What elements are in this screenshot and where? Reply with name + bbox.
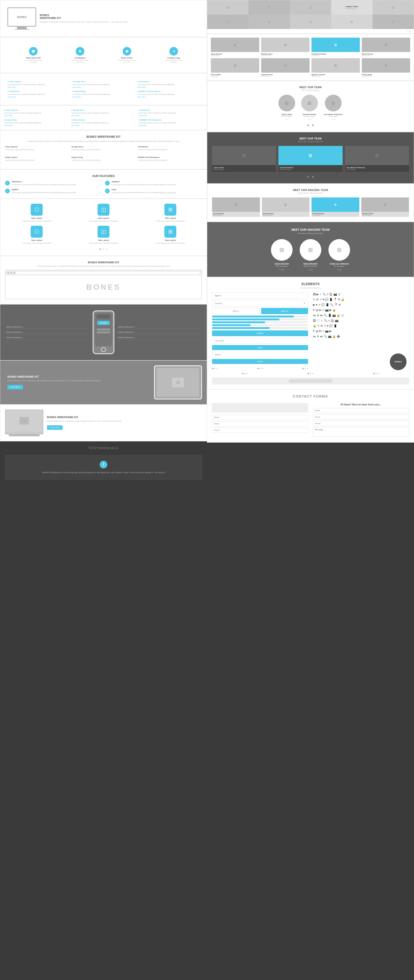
nav-dot-3[interactable] [106,248,108,250]
social-p-2: p [310,118,311,120]
pagination-1 [212,368,218,369]
page-dot-3-2[interactable] [304,368,306,369]
photo-cell-6: ⊠ [207,14,248,29]
contact-phone-2[interactable] [313,421,409,426]
contact-phone-input[interactable] [212,428,308,433]
bnav-dot-2-2[interactable] [310,373,311,374]
tablet-learn-more-button[interactable]: Learn More [8,385,23,389]
bnav-dot-1-3[interactable] [246,373,248,374]
feature-icon-1 [29,47,38,56]
panel-hero: BONES BONES WIREFRAME KIT Designed to ef… [0,0,207,37]
bnav-dot-1-2[interactable] [244,373,245,374]
nav-dot-1[interactable] [99,248,101,250]
tab-title-1: Tabs Layout [5,217,68,219]
page-dot-2-2[interactable] [260,368,261,369]
browser-kit-desc: Created with faster design in mind,BONES… [25,265,182,267]
laptop-mockup-2: ⊠ [5,409,43,436]
send-button[interactable]: Send [212,345,308,350]
dark-team-role-1: Web Designer [213,169,275,170]
elements-title: ELEMENTS [212,282,409,286]
linkedin-brand-icon-2: in [318,329,321,333]
camera-icon-4: 📷 [335,319,339,322]
page-dot-1-3[interactable] [217,368,218,369]
circle-role-1: Web Designer [279,116,295,117]
team-img-2: ⊠ [261,38,309,52]
social-row-2: f t p [301,118,318,120]
page-dot-2-3[interactable] [262,368,263,369]
edit-icon: ✎ [313,298,315,301]
phone-home-button[interactable] [101,347,106,352]
country-select[interactable]: Country ▼ [212,300,308,307]
amazing-team-subtitle-1: We are here to help you get there [212,192,409,194]
bnav-dot-3-3[interactable] [377,373,379,374]
sign-up-button[interactable]: Sign Up [261,308,308,314]
sign-in-button[interactable]: Sign In [212,308,260,314]
browser-url-bar[interactable] [16,272,199,274]
tab-title-4: Tabs Layout [5,239,68,241]
phone-divider [97,327,110,327]
phone-screen: BONES [95,313,112,346]
progress-bar-2 [212,318,308,320]
submit-button-2[interactable]: Submit [212,359,308,364]
camera-icon-6: 📷 [328,335,331,338]
contact-message-2[interactable] [313,427,409,437]
laptop-stand-2 [9,434,40,436]
team-img-3: ⊠ [312,38,360,52]
bnav-dot-3-2[interactable] [376,373,377,374]
sign-in-input[interactable] [212,293,308,299]
bones-logo: BONES [86,283,121,292]
monitor-label: BONES [17,16,26,18]
contact-form-1 [212,403,308,438]
contact-email-input[interactable] [212,421,308,426]
team-name-2: Michael Aaron [261,53,309,55]
bnav-dot-2-active[interactable] [307,373,309,374]
submit-button-1[interactable]: Submit [212,331,308,336]
amazing-img-2: ⊠ [262,197,310,212]
search-input-elements[interactable] [212,352,308,358]
nav-dot-2[interactable] [103,248,104,250]
page-dot-active-1[interactable] [212,368,213,369]
page-dot-1-2[interactable] [214,368,216,369]
laptop2-learn-more-button[interactable]: Learn More [47,425,62,430]
img-icon: 🖼 [313,293,316,296]
arrow-prev-1[interactable]: ◀ [307,123,309,127]
page-dot-active-2[interactable] [257,368,259,369]
team-member-7: ⊠ Spencer Jackson Web Developer [312,58,360,77]
linkedin-brand-icon: in [318,309,321,312]
right-panel-amazing-team-2: MEET OUR AMAZING TEAM We want to help yo… [207,222,414,277]
arrow-next-1[interactable]: ▶ [312,123,314,127]
contact-name-input[interactable] [212,415,308,420]
circle-role-3: UX Designer [324,116,342,117]
team-img-6: ⊠ [261,58,309,73]
bottom-bar-input[interactable] [289,379,332,383]
social-t-3: t [333,118,333,120]
tab-title-3: Tabs Layout [139,217,202,219]
page-dot-active-3[interactable] [303,368,304,369]
big-social-f-1: f [280,268,280,271]
dark-arrow-prev[interactable]: ◀ [307,175,309,178]
location-icon-2: 📍 [334,303,338,307]
bnav-dot-3-active[interactable] [373,373,375,374]
page-dot-3-3[interactable] [307,368,308,369]
bnav-dot-1-active[interactable] [242,373,244,374]
laptop2-title: BONES WIREFRAME KIT [47,416,202,418]
amazing-img-4: ⊠ [361,197,409,212]
bnav-dot-2-3[interactable] [312,373,314,374]
menu-icon: ≡ [327,293,328,296]
circle-avatar-2: ⊠ [301,95,318,111]
grid-item-5: ● Retina ReadyLorem ipsum dolor sit amet… [72,90,135,98]
feature-icon-3 [123,47,131,56]
dark-arrow-next[interactable]: ▶ [312,175,314,178]
photo-cell-2: ⊠ [248,0,290,14]
circle-name-1: Jason Allen [279,113,295,116]
pinterest-icon: p [411,30,411,32]
last-name-input[interactable] [212,338,308,344]
bottom-bar-elements [212,377,409,385]
amazing-team-cards: ⊠ Jason BrusterWeb Designer ⊠ Diana Brus… [212,197,409,217]
contact-email-2[interactable] [313,415,409,420]
panel-our-features: OUR FEATURES ✓ SPECIFIC 1Lorem ipsum dol… [0,169,207,199]
pinterest-brand-icon: p [316,309,318,312]
pause-icon: ⏸ [317,313,319,317]
contact-name-2[interactable] [313,408,409,413]
phone-cta-button[interactable]: BONES [97,321,110,325]
